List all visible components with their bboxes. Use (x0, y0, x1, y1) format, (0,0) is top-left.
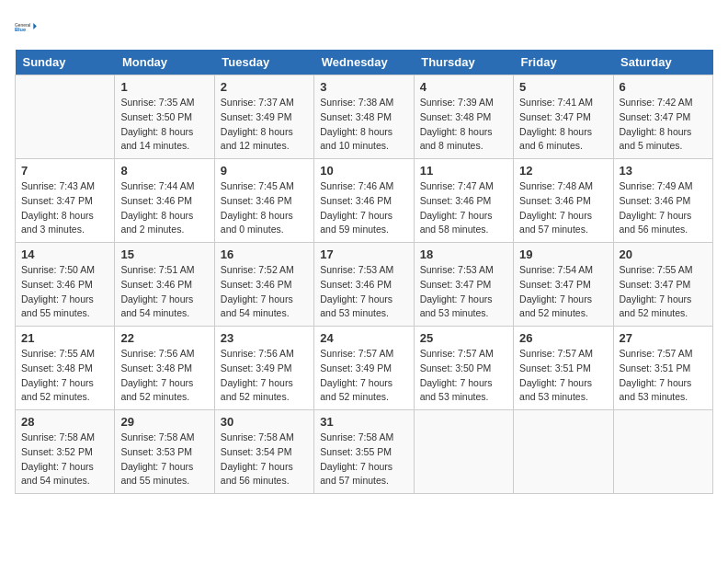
day-number: 22 (120, 331, 208, 345)
week-row-3: 14Sunrise: 7:50 AMSunset: 3:46 PMDayligh… (16, 243, 713, 327)
day-number: 4 (420, 80, 507, 94)
day-number: 19 (519, 247, 607, 261)
day-number: 13 (620, 164, 707, 178)
week-row-5: 28Sunrise: 7:58 AMSunset: 3:52 PMDayligh… (16, 410, 713, 494)
weekday-header-tuesday: Tuesday (214, 50, 313, 75)
calendar-cell: 21Sunrise: 7:55 AMSunset: 3:48 PMDayligh… (16, 327, 115, 410)
cell-info: Sunrise: 7:58 AMSunset: 3:54 PMDaylight:… (221, 431, 308, 488)
calendar-cell: 20Sunrise: 7:55 AMSunset: 3:47 PMDayligh… (613, 243, 712, 327)
cell-info: Sunrise: 7:58 AMSunset: 3:53 PMDaylight:… (120, 431, 208, 488)
calendar-cell: 29Sunrise: 7:58 AMSunset: 3:53 PMDayligh… (115, 410, 214, 494)
weekday-header-row: SundayMondayTuesdayWednesdayThursdayFrid… (16, 50, 713, 75)
cell-info: Sunrise: 7:57 AMSunset: 3:51 PMDaylight:… (519, 347, 607, 405)
calendar-cell: 9Sunrise: 7:45 AMSunset: 3:46 PMDaylight… (214, 159, 313, 243)
weekday-header-thursday: Thursday (414, 50, 513, 75)
cell-info: Sunrise: 7:42 AMSunset: 3:47 PMDaylight:… (620, 96, 707, 154)
day-number: 20 (620, 247, 707, 261)
calendar-cell: 24Sunrise: 7:57 AMSunset: 3:49 PMDayligh… (314, 327, 414, 410)
day-number: 6 (620, 80, 707, 94)
calendar-cell: 5Sunrise: 7:41 AMSunset: 3:47 PMDaylight… (514, 75, 613, 159)
svg-marker-2 (33, 23, 37, 29)
calendar-cell: 15Sunrise: 7:51 AMSunset: 3:46 PMDayligh… (115, 243, 214, 327)
day-number: 10 (320, 164, 407, 178)
day-number: 23 (221, 331, 308, 345)
calendar-cell: 10Sunrise: 7:46 AMSunset: 3:46 PMDayligh… (314, 159, 414, 243)
calendar-cell (514, 410, 613, 494)
calendar-cell: 27Sunrise: 7:57 AMSunset: 3:51 PMDayligh… (613, 327, 712, 410)
day-number: 5 (519, 80, 607, 94)
cell-info: Sunrise: 7:56 AMSunset: 3:49 PMDaylight:… (221, 347, 308, 405)
day-number: 17 (320, 247, 407, 261)
cell-info: Sunrise: 7:54 AMSunset: 3:47 PMDaylight:… (519, 263, 607, 321)
calendar-cell: 8Sunrise: 7:44 AMSunset: 3:46 PMDaylight… (115, 159, 214, 243)
day-number: 9 (221, 164, 308, 178)
day-number: 2 (221, 80, 308, 94)
calendar-cell: 14Sunrise: 7:50 AMSunset: 3:46 PMDayligh… (16, 243, 115, 327)
calendar-cell (613, 410, 712, 494)
week-row-1: 1Sunrise: 7:35 AMSunset: 3:50 PMDaylight… (16, 75, 713, 159)
day-number: 14 (21, 247, 108, 261)
calendar-cell: 30Sunrise: 7:58 AMSunset: 3:54 PMDayligh… (214, 410, 313, 494)
logo-icon: GeneralBlue (15, 15, 40, 40)
cell-info: Sunrise: 7:51 AMSunset: 3:46 PMDaylight:… (120, 263, 208, 321)
calendar-cell (16, 75, 115, 159)
calendar-cell: 19Sunrise: 7:54 AMSunset: 3:47 PMDayligh… (514, 243, 613, 327)
page-header: GeneralBlue (15, 15, 713, 40)
cell-info: Sunrise: 7:57 AMSunset: 3:49 PMDaylight:… (320, 347, 407, 405)
day-number: 12 (519, 164, 607, 178)
cell-info: Sunrise: 7:46 AMSunset: 3:46 PMDaylight:… (320, 179, 407, 237)
cell-info: Sunrise: 7:57 AMSunset: 3:50 PMDaylight:… (420, 347, 507, 405)
weekday-header-monday: Monday (115, 50, 214, 75)
day-number: 7 (21, 164, 108, 178)
calendar-cell: 23Sunrise: 7:56 AMSunset: 3:49 PMDayligh… (214, 327, 313, 410)
cell-info: Sunrise: 7:37 AMSunset: 3:49 PMDaylight:… (221, 96, 308, 154)
cell-info: Sunrise: 7:52 AMSunset: 3:46 PMDaylight:… (221, 263, 308, 321)
day-number: 29 (120, 415, 208, 429)
calendar-cell: 16Sunrise: 7:52 AMSunset: 3:46 PMDayligh… (214, 243, 313, 327)
calendar-cell: 17Sunrise: 7:53 AMSunset: 3:46 PMDayligh… (314, 243, 414, 327)
calendar-cell: 12Sunrise: 7:48 AMSunset: 3:46 PMDayligh… (514, 159, 613, 243)
day-number: 25 (420, 331, 507, 345)
day-number: 1 (120, 80, 208, 94)
calendar-cell: 2Sunrise: 7:37 AMSunset: 3:49 PMDaylight… (214, 75, 313, 159)
calendar-cell: 11Sunrise: 7:47 AMSunset: 3:46 PMDayligh… (414, 159, 513, 243)
day-number: 30 (221, 415, 308, 429)
cell-info: Sunrise: 7:44 AMSunset: 3:46 PMDaylight:… (120, 179, 208, 237)
weekday-header-sunday: Sunday (16, 50, 115, 75)
day-number: 15 (120, 247, 208, 261)
cell-info: Sunrise: 7:35 AMSunset: 3:50 PMDaylight:… (120, 96, 208, 154)
cell-info: Sunrise: 7:45 AMSunset: 3:46 PMDaylight:… (221, 179, 308, 237)
calendar-cell (414, 410, 513, 494)
day-number: 3 (320, 80, 407, 94)
calendar-cell: 28Sunrise: 7:58 AMSunset: 3:52 PMDayligh… (16, 410, 115, 494)
calendar-table: SundayMondayTuesdayWednesdayThursdayFrid… (15, 50, 713, 494)
week-row-2: 7Sunrise: 7:43 AMSunset: 3:47 PMDaylight… (16, 159, 713, 243)
calendar-cell: 22Sunrise: 7:56 AMSunset: 3:48 PMDayligh… (115, 327, 214, 410)
day-number: 28 (21, 415, 108, 429)
cell-info: Sunrise: 7:58 AMSunset: 3:55 PMDaylight:… (320, 431, 407, 488)
cell-info: Sunrise: 7:53 AMSunset: 3:46 PMDaylight:… (320, 263, 407, 321)
calendar-cell: 3Sunrise: 7:38 AMSunset: 3:48 PMDaylight… (314, 75, 414, 159)
svg-text:Blue: Blue (15, 27, 26, 32)
calendar-cell: 6Sunrise: 7:42 AMSunset: 3:47 PMDaylight… (613, 75, 712, 159)
svg-text:General: General (15, 23, 30, 28)
cell-info: Sunrise: 7:41 AMSunset: 3:47 PMDaylight:… (519, 96, 607, 154)
cell-info: Sunrise: 7:38 AMSunset: 3:48 PMDaylight:… (320, 96, 407, 154)
cell-info: Sunrise: 7:43 AMSunset: 3:47 PMDaylight:… (21, 179, 108, 237)
cell-info: Sunrise: 7:39 AMSunset: 3:48 PMDaylight:… (420, 96, 507, 154)
cell-info: Sunrise: 7:47 AMSunset: 3:46 PMDaylight:… (420, 179, 507, 237)
day-number: 21 (21, 331, 108, 345)
weekday-header-saturday: Saturday (613, 50, 712, 75)
calendar-cell: 4Sunrise: 7:39 AMSunset: 3:48 PMDaylight… (414, 75, 513, 159)
weekday-header-friday: Friday (514, 50, 613, 75)
cell-info: Sunrise: 7:50 AMSunset: 3:46 PMDaylight:… (21, 263, 108, 321)
cell-info: Sunrise: 7:55 AMSunset: 3:47 PMDaylight:… (620, 263, 707, 321)
day-number: 24 (320, 331, 407, 345)
day-number: 16 (221, 247, 308, 261)
calendar-cell: 31Sunrise: 7:58 AMSunset: 3:55 PMDayligh… (314, 410, 414, 494)
logo: GeneralBlue (15, 15, 40, 40)
calendar-cell: 1Sunrise: 7:35 AMSunset: 3:50 PMDaylight… (115, 75, 214, 159)
cell-info: Sunrise: 7:58 AMSunset: 3:52 PMDaylight:… (21, 431, 108, 488)
day-number: 8 (120, 164, 208, 178)
cell-info: Sunrise: 7:49 AMSunset: 3:46 PMDaylight:… (620, 179, 707, 237)
